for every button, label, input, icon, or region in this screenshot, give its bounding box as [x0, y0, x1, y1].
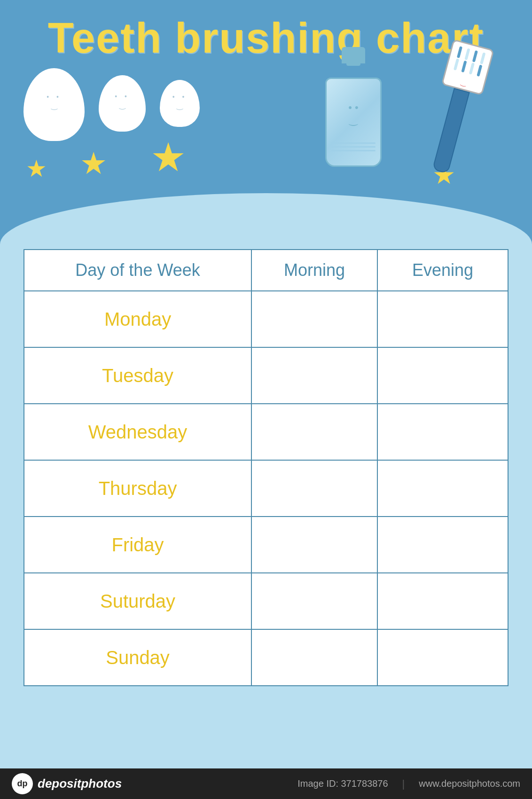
depositphotos-icon: dp	[12, 773, 33, 794]
tooth-large	[23, 68, 85, 141]
table-row: Thursday	[24, 460, 508, 517]
evening-cell-wednesday[interactable]	[377, 404, 508, 460]
depositphotos-text: depositphotos	[38, 776, 122, 791]
evening-cell-monday[interactable]	[377, 291, 508, 347]
toothpaste-body: • •‿	[325, 78, 382, 167]
evening-cell-tuesday[interactable]	[377, 347, 508, 404]
morning-cell-thursday[interactable]	[251, 460, 377, 517]
bristle	[464, 48, 470, 60]
day-cell-monday: Monday	[24, 291, 251, 347]
morning-cell-tuesday[interactable]	[251, 347, 377, 404]
tooth-medium	[99, 75, 146, 132]
day-cell-suturday: Suturday	[24, 573, 251, 629]
day-cell-thursday: Thursday	[24, 460, 251, 517]
footer-divider: |	[402, 778, 405, 790]
morning-cell-sunday[interactable]	[251, 629, 377, 686]
toothpaste-line-1	[331, 142, 376, 144]
col-header-evening: Evening	[377, 250, 508, 291]
table-row: Tuesday	[24, 347, 508, 404]
tooth-face-large	[36, 92, 72, 110]
table-header-row: Day of the Week Morning Evening	[24, 250, 508, 291]
bristle-group-4	[477, 52, 485, 77]
day-cell-wednesday: Wednesday	[24, 404, 251, 460]
footer-logo: dp depositphotos	[12, 773, 122, 794]
bristle-group-1	[453, 46, 462, 70]
toothpaste-line-3	[331, 150, 376, 151]
table-row: Monday	[24, 291, 508, 347]
bristle	[477, 64, 482, 77]
day-cell-friday: Friday	[24, 517, 251, 573]
tooth-face-medium	[108, 92, 136, 110]
toothbrush-handle	[432, 88, 469, 174]
top-section: Teeth brushing chart ★ ★ ★ ★ • •‿	[0, 0, 532, 249]
col-header-day: Day of the Week	[24, 250, 251, 291]
bristle	[472, 50, 477, 63]
evening-cell-friday[interactable]	[377, 517, 508, 573]
star-icon-3: ★	[150, 134, 186, 180]
dp-initials: dp	[17, 779, 28, 789]
toothpaste-cap	[342, 47, 365, 63]
image-id-value: 371783876	[341, 778, 388, 789]
day-cell-tuesday: Tuesday	[24, 347, 251, 404]
footer-url: www.depositphotos.com	[419, 778, 520, 789]
toothbrush-face: ‿	[460, 78, 467, 87]
col-header-morning: Morning	[251, 250, 377, 291]
toothpaste-face: • •‿	[348, 102, 359, 126]
bristle	[453, 58, 459, 70]
star-icon-1: ★	[26, 155, 47, 182]
footer: dp depositphotos Image ID: 371783876 | w…	[0, 768, 532, 799]
bristle-group-2	[461, 48, 470, 72]
bristle-group-3	[469, 50, 477, 75]
bristle	[469, 63, 474, 75]
morning-cell-monday[interactable]	[251, 291, 377, 347]
toothpaste-illustration: • •‿	[321, 47, 386, 155]
evening-cell-sunday[interactable]	[377, 629, 508, 686]
page: Teeth brushing chart ★ ★ ★ ★ • •‿	[0, 0, 532, 799]
table-row: Wednesday	[24, 404, 508, 460]
image-id-label: Image ID: 371783876	[297, 778, 388, 789]
brushing-chart-table: Day of the Week Morning Evening MondayTu…	[23, 249, 509, 686]
evening-cell-thursday[interactable]	[377, 460, 508, 517]
evening-cell-suturday[interactable]	[377, 573, 508, 629]
tooth-small	[160, 80, 200, 127]
chart-section: Day of the Week Morning Evening MondayTu…	[23, 249, 509, 766]
morning-cell-wednesday[interactable]	[251, 404, 377, 460]
day-cell-sunday: Sunday	[24, 629, 251, 686]
table-row: Sunday	[24, 629, 508, 686]
morning-cell-friday[interactable]	[251, 517, 377, 573]
table-row: Friday	[24, 517, 508, 573]
bristle	[461, 60, 467, 72]
morning-cell-suturday[interactable]	[251, 573, 377, 629]
tooth-face-small	[168, 93, 192, 110]
bristle	[480, 52, 485, 64]
toothpaste-line-2	[331, 146, 376, 148]
star-icon-2: ★	[80, 146, 107, 181]
bristle	[456, 46, 462, 58]
footer-right: Image ID: 371783876 | www.depositphotos.…	[297, 778, 520, 790]
table-row: Suturday	[24, 573, 508, 629]
toothpaste-lines	[331, 140, 376, 154]
toothbrush-head: ‿	[441, 39, 494, 95]
